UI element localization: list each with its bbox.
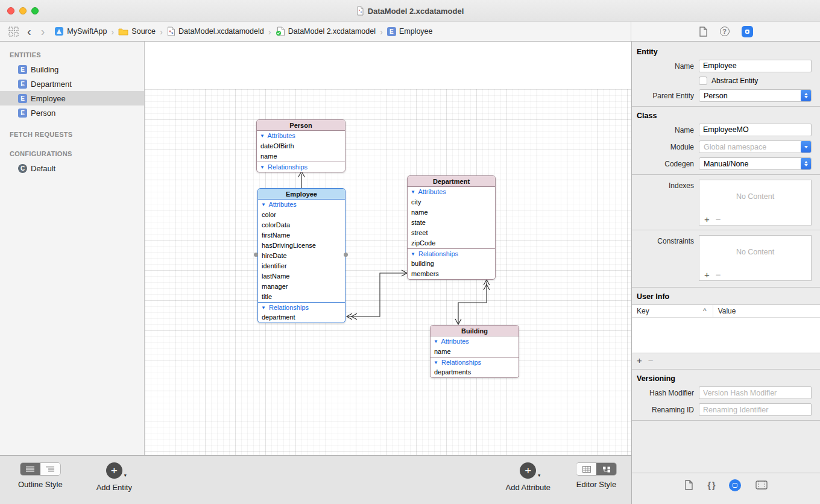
selection-handle-right[interactable] <box>344 253 348 257</box>
user-info-table-body[interactable] <box>632 318 820 353</box>
parent-entity-label: Parent Entity <box>637 92 694 100</box>
media-library-icon[interactable] <box>755 480 768 490</box>
entity-box-building[interactable]: Building ▼ Attributes name ▼ Relationshi… <box>430 325 519 378</box>
dropdown-triangle-icon: ▾ <box>124 473 127 478</box>
crumb-separator: › <box>111 27 114 37</box>
abstract-entity-checkbox[interactable] <box>699 77 707 85</box>
remove-index-button[interactable]: − <box>716 214 721 224</box>
entity-box-employee[interactable]: Employee ▼ Attributes color colorData fi… <box>257 188 345 323</box>
close-window-button[interactable] <box>7 7 14 14</box>
crumb-separator: › <box>160 27 163 37</box>
outline-style-flat-button[interactable] <box>20 463 40 475</box>
attribute-row[interactable]: name <box>408 207 495 218</box>
attribute-row[interactable]: lastName <box>258 271 345 282</box>
minimize-window-button[interactable] <box>19 7 27 14</box>
hash-modifier-field[interactable] <box>699 386 812 399</box>
attributes-section-header[interactable]: ▼ Attributes <box>257 131 345 141</box>
attribute-row[interactable]: street <box>408 228 495 238</box>
attributes-section-header[interactable]: ▼ Attributes <box>430 336 519 347</box>
remove-user-info-button[interactable]: − <box>648 355 654 365</box>
attribute-row[interactable]: name <box>430 347 519 357</box>
attribute-row[interactable]: color <box>258 210 345 220</box>
renaming-id-field[interactable] <box>699 403 812 416</box>
add-constraint-button[interactable]: + <box>704 269 710 280</box>
outline-style-hierarchical-button[interactable] <box>40 463 60 475</box>
entity-title[interactable]: Person <box>257 120 345 131</box>
relationship-row[interactable]: departments <box>430 367 519 377</box>
codegen-popup[interactable]: Manual/None <box>699 157 812 170</box>
attribute-row[interactable]: city <box>408 197 495 207</box>
attributes-section-header[interactable]: ▼ Attributes <box>408 187 495 197</box>
crumb-separator: › <box>380 27 383 37</box>
code-snippet-library-icon[interactable]: { } <box>708 480 715 490</box>
popup-stepper-icon <box>801 90 811 101</box>
breadcrumb-model-version[interactable]: DataModel 2.xcdatamodel <box>276 27 376 36</box>
quick-help-inspector-icon[interactable]: ? <box>720 27 730 36</box>
attribute-row[interactable]: hasDrivingLicense <box>258 241 345 251</box>
object-library-icon[interactable] <box>729 479 741 491</box>
file-template-library-icon[interactable] <box>684 480 693 490</box>
breadcrumb-entity[interactable]: E Employee <box>387 27 433 36</box>
attribute-row[interactable]: zipCode <box>408 238 495 248</box>
add-entity-button[interactable]: + ▾ <box>106 462 122 479</box>
datamodel-file-icon <box>167 27 175 36</box>
breadcrumb-model-container[interactable]: DataModel.xcdatamodeld <box>167 27 264 36</box>
user-info-value-column-header[interactable]: Value <box>713 305 820 317</box>
selection-handle-left[interactable] <box>254 253 258 257</box>
navigate-forward-button[interactable]: › <box>41 25 45 37</box>
attribute-row[interactable]: firstName <box>258 230 345 241</box>
relationships-section-header[interactable]: ▼ Relationships <box>257 162 345 172</box>
file-inspector-icon[interactable] <box>699 27 708 37</box>
attribute-row[interactable]: name <box>257 151 345 162</box>
attribute-row[interactable]: colorData <box>258 220 345 230</box>
entity-box-department[interactable]: Department ▼ Attributes city name state … <box>407 175 496 280</box>
sidebar-item-default-configuration[interactable]: C Default <box>0 161 144 175</box>
editor-style-table-button[interactable] <box>576 463 596 475</box>
sidebar-item-department[interactable]: E Department <box>0 77 144 91</box>
codegen-label: Codegen <box>637 160 694 168</box>
sort-ascending-icon[interactable]: ^ <box>703 307 707 315</box>
user-info-key-column-header[interactable]: Key <box>632 307 703 315</box>
entity-name-field[interactable]: Employee <box>699 60 812 72</box>
parent-entity-popup[interactable]: Person <box>699 89 812 102</box>
attribute-row[interactable]: title <box>258 292 345 302</box>
relationships-section-header[interactable]: ▼ Relationships <box>408 248 495 259</box>
model-graph-canvas[interactable]: Person ▼ Attributes dateOfBirth name ▼ R… <box>145 42 631 455</box>
attribute-row[interactable]: manager <box>258 282 345 292</box>
data-model-inspector-icon[interactable] <box>742 26 753 37</box>
entity-title[interactable]: Employee <box>258 189 345 200</box>
attribute-row[interactable]: identifier <box>258 261 345 271</box>
entity-title[interactable]: Department <box>408 176 495 187</box>
breadcrumb-project[interactable]: MySwiftApp <box>54 27 107 36</box>
entity-title[interactable]: Building <box>430 326 519 336</box>
zoom-window-button[interactable] <box>31 7 39 14</box>
relationship-row[interactable]: department <box>258 312 345 323</box>
attribute-row[interactable]: hireDate <box>258 251 345 261</box>
sidebar-item-person[interactable]: E Person <box>0 106 144 120</box>
sidebar-item-employee[interactable]: E Employee <box>0 91 144 106</box>
relationships-section-header[interactable]: ▼ Relationships <box>258 302 345 312</box>
related-items-icon[interactable] <box>8 27 19 37</box>
add-attribute-button[interactable]: + ▾ <box>520 462 536 479</box>
attribute-row[interactable]: dateOfBirth <box>257 141 345 151</box>
add-index-button[interactable]: + <box>704 214 710 224</box>
editor-style-graph-button[interactable] <box>596 463 616 475</box>
indexes-label: Indexes <box>637 181 694 190</box>
module-combobox[interactable]: Global namespace <box>699 140 812 153</box>
sidebar-item-building[interactable]: E Building <box>0 62 144 77</box>
relationship-row[interactable]: members <box>408 269 495 279</box>
attributes-section-header[interactable]: ▼ Attributes <box>258 200 345 210</box>
attribute-row[interactable]: state <box>408 218 495 228</box>
breadcrumb-group[interactable]: Source <box>118 27 156 36</box>
remove-constraint-button[interactable]: − <box>716 269 721 280</box>
document-proxy-icon[interactable] <box>356 6 364 16</box>
navigate-back-button[interactable]: ‹ <box>27 25 31 37</box>
entity-box-person[interactable]: Person ▼ Attributes dateOfBirth name ▼ R… <box>256 119 345 172</box>
add-user-info-button[interactable]: + <box>637 355 642 365</box>
indexes-table[interactable]: No Content + − <box>699 180 812 225</box>
class-name-field[interactable]: EmployeeMO <box>699 124 812 136</box>
relationship-row[interactable]: building <box>408 259 495 269</box>
constraints-table[interactable]: No Content + − <box>699 235 812 281</box>
relationships-section-header[interactable]: ▼ Relationships <box>430 357 519 367</box>
outline-style-label: Outline Style <box>18 480 63 489</box>
